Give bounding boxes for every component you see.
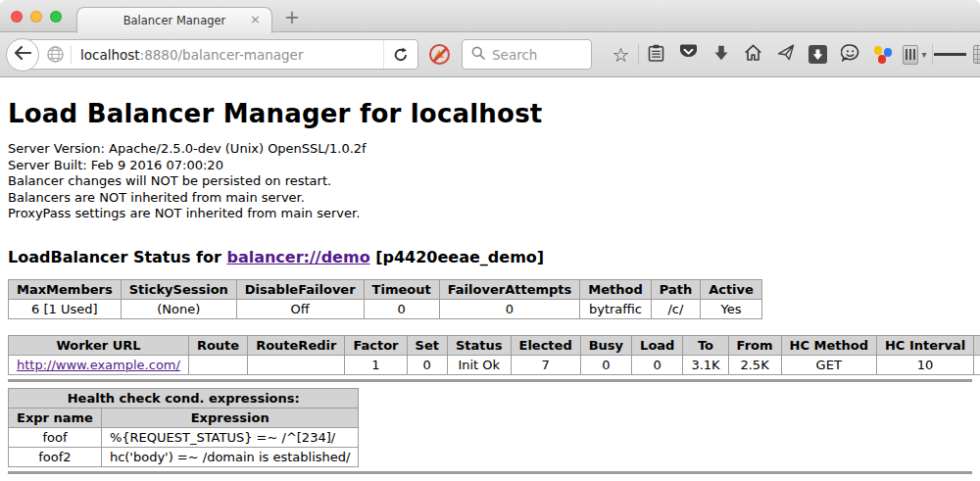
new-tab-button[interactable]: +: [284, 6, 300, 27]
downloadhelper-button[interactable]: [866, 39, 899, 71]
search-icon: [471, 45, 485, 64]
balancer-link[interactable]: balancer://demo: [226, 248, 369, 266]
col-header: Worker URL: [9, 335, 189, 355]
toolbar-icons: ☆ ▾: [605, 39, 980, 71]
browser-window: Balancer Manager × + localhost:8880/bala…: [0, 0, 980, 481]
menu-button[interactable]: [934, 39, 966, 71]
cell: /c/: [651, 299, 700, 318]
page-title: Load Balancer Manager for localhost: [8, 99, 972, 128]
col-header: Path: [651, 279, 700, 299]
expression-cell: hc('body') =~ /domain is established/: [101, 447, 359, 466]
url-host: localhost: [80, 47, 140, 63]
cell: [248, 355, 345, 374]
health-header-row: Expr nameExpression: [9, 408, 359, 427]
col-header: FailoverAttempts: [439, 279, 580, 299]
feedback-button[interactable]: [834, 39, 866, 71]
pocket-button[interactable]: [672, 39, 705, 71]
col-header: Expr name: [9, 408, 102, 427]
worker-table: Worker URLRouteRouteRedirFactorSetStatus…: [8, 335, 980, 375]
cell: 0: [632, 355, 683, 374]
page-content: Load Balancer Manager for localhost Serv…: [0, 99, 980, 474]
col-header: Passes: [974, 335, 980, 355]
tab-title: Balancer Manager: [123, 14, 226, 27]
health-row: foof2hc('body') =~ /domain is establishe…: [9, 447, 359, 466]
chevron-down-icon: ▾: [921, 49, 926, 60]
tricolor-dots-icon: [873, 45, 893, 64]
expr-name-cell: foof: [9, 427, 102, 447]
containers-button[interactable]: ▾: [899, 39, 931, 71]
server-info: Server Version: Apache/2.5.0-dev (Unix) …: [8, 141, 972, 222]
back-button[interactable]: [6, 38, 39, 72]
expression-cell: %{REQUEST_STATUS} =~ /^[234]/: [101, 427, 359, 447]
cell: Yes: [701, 299, 762, 318]
worker-header-row: Worker URLRouteRouteRedirFactorSetStatus…: [9, 335, 980, 355]
url-path: :8880/balancer-manager: [140, 47, 304, 63]
nav-toolbar: localhost:8880/balancer-manager Search ☆: [0, 32, 980, 77]
col-header: Timeout: [364, 279, 439, 299]
zoom-window-button[interactable]: [50, 11, 62, 23]
col-header: DisableFailover: [236, 279, 364, 299]
page-grid-icon: [973, 45, 980, 64]
minimize-window-button[interactable]: [30, 11, 42, 23]
paper-plane-icon: [777, 44, 795, 65]
close-window-button[interactable]: [11, 11, 23, 23]
cell: 10: [876, 355, 973, 374]
reading-list-button[interactable]: [640, 39, 672, 71]
balancer-header-row: MaxMembersStickySessionDisableFailoverTi…: [9, 279, 762, 299]
info-line: Server Built: Feb 9 2016 07:00:20: [8, 158, 972, 174]
url-separator: [71, 45, 72, 64]
url-bar[interactable]: localhost:8880/balancer-manager: [23, 39, 418, 70]
cell: (None): [121, 299, 236, 318]
smiley-bubble-icon: [841, 44, 859, 66]
close-tab-icon[interactable]: ×: [250, 13, 261, 25]
cell: 1 (0): [974, 355, 980, 374]
downloads-button[interactable]: [705, 39, 737, 71]
search-placeholder: Search: [492, 47, 537, 63]
clipboard-icon: [648, 44, 664, 66]
col-header: Expression: [101, 408, 359, 427]
info-line: Server Version: Apache/2.5.0-dev (Unix) …: [8, 141, 972, 158]
bookmark-star-button[interactable]: ☆: [605, 39, 637, 71]
tab-balancer-manager[interactable]: Balancer Manager ×: [76, 7, 272, 33]
col-header: HC Method: [781, 335, 876, 355]
health-title-row: Health check cond. expressions:: [9, 388, 359, 408]
worker-row: http://www.example.com/10Init Ok7003.1K2…: [9, 355, 980, 374]
home-button[interactable]: [737, 39, 769, 71]
col-header: Load: [632, 335, 683, 355]
col-header: Set: [407, 335, 447, 355]
dark-download-icon: [808, 45, 827, 64]
home-icon: [744, 44, 762, 65]
divider: [8, 471, 972, 474]
health-check-table: Health check cond. expressions:Expr name…: [8, 388, 359, 467]
send-tab-button[interactable]: [769, 39, 802, 71]
info-line: Balancers are NOT inherited from main se…: [8, 190, 972, 207]
health-table-title: Health check cond. expressions:: [9, 388, 359, 408]
cell: GET: [781, 355, 876, 374]
toolbar-separator: [932, 44, 933, 65]
video-download-button[interactable]: [802, 39, 834, 71]
globe-icon: [47, 46, 64, 63]
container-icon: [903, 45, 918, 65]
cell: 2.5K: [728, 355, 781, 374]
content-blocker-icon[interactable]: [429, 44, 450, 65]
col-header: RouteRedir: [248, 335, 345, 355]
snapshot-button[interactable]: [966, 39, 980, 71]
col-header: Factor: [345, 335, 407, 355]
pocket-icon: [679, 44, 698, 66]
col-header: Method: [580, 279, 651, 299]
balancer-status-heading: LoadBalancer Status for balancer://demo …: [8, 248, 972, 266]
toolbar-separator: [638, 44, 639, 65]
window-controls: [11, 11, 62, 23]
balancer-table: MaxMembersStickySessionDisableFailoverTi…: [8, 279, 762, 319]
reload-button[interactable]: [383, 40, 417, 69]
back-arrow-icon: [14, 45, 31, 64]
cell: bytraffic: [580, 299, 651, 318]
divider: [8, 379, 972, 382]
cell: Off: [236, 299, 364, 318]
col-header: HC Interval: [876, 335, 973, 355]
cell: 0: [439, 299, 580, 318]
cell: 6 [1 Used]: [9, 299, 122, 318]
worker-url-link[interactable]: http://www.example.com/: [17, 358, 180, 372]
star-icon: ☆: [612, 45, 630, 65]
search-bar[interactable]: Search: [462, 39, 592, 70]
